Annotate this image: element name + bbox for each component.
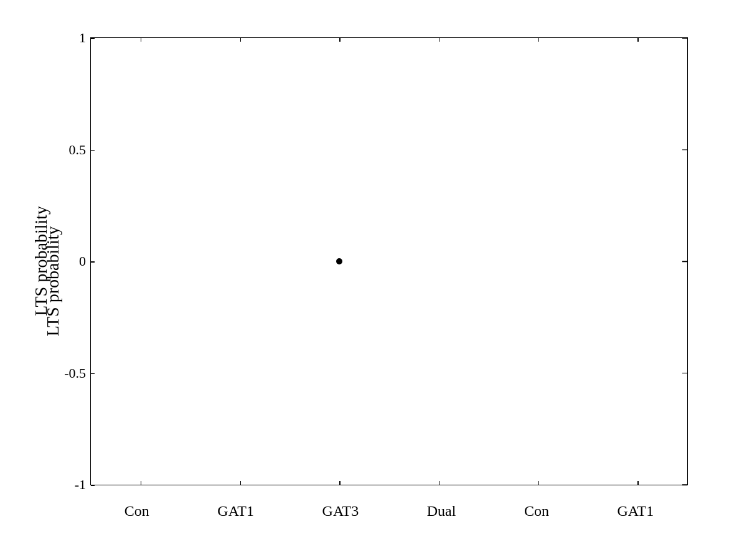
x-top-tick-1 — [240, 38, 242, 42]
x-tick-3 — [439, 481, 440, 485]
x-label-gat1b: GAT1 — [618, 503, 654, 520]
y-tick-1: 1 — [79, 30, 86, 46]
y-axis-label-rotated: LTS probability — [31, 206, 51, 316]
x-axis-labels: Con GAT1 GAT3 Dual Con GAT1 — [90, 503, 688, 520]
data-point-gat3 — [336, 258, 342, 264]
y-gridmark-0 — [91, 261, 95, 263]
x-tick-5 — [637, 481, 639, 485]
chart-container: LTS probability 1 0.5 0 -0.5 -1 — [0, 0, 747, 560]
x-top-tick-5 — [637, 38, 639, 42]
plot-area: 1 0.5 0 -0.5 -1 — [90, 37, 688, 485]
x-label-gat1: GAT1 — [217, 503, 254, 520]
y-right-tick-n05 — [682, 373, 687, 374]
x-top-tick-3 — [439, 38, 440, 42]
x-tick-2 — [339, 481, 341, 485]
y-tick-n1: -1 — [75, 477, 86, 493]
y-right-tick-0 — [682, 261, 687, 262]
x-label-gat3: GAT3 — [322, 503, 359, 520]
y-right-tick-05 — [682, 149, 687, 151]
y-tick-0: 0 — [79, 253, 86, 269]
y-tick-n05: -0.5 — [64, 365, 86, 381]
y-gridmark-1 — [91, 38, 95, 39]
x-top-tick-2 — [339, 38, 341, 42]
x-label-con2: Con — [524, 503, 549, 520]
x-label-dual: Dual — [427, 503, 456, 520]
x-tick-4 — [538, 481, 540, 485]
y-right-tick-n1 — [682, 484, 687, 485]
x-top-tick-0 — [141, 38, 142, 42]
x-tick-0 — [141, 481, 142, 485]
chart-wrapper: LTS probability 1 0.5 0 -0.5 -1 — [47, 25, 700, 535]
y-gridmark-n05 — [91, 373, 95, 375]
y-right-tick-1 — [682, 37, 687, 39]
y-tick-05: 0.5 — [69, 142, 87, 158]
x-top-tick-4 — [538, 38, 540, 42]
x-tick-1 — [240, 481, 242, 485]
y-gridmark-n1 — [91, 485, 95, 486]
x-label-con1: Con — [125, 503, 149, 520]
y-gridmark-05 — [91, 150, 95, 151]
